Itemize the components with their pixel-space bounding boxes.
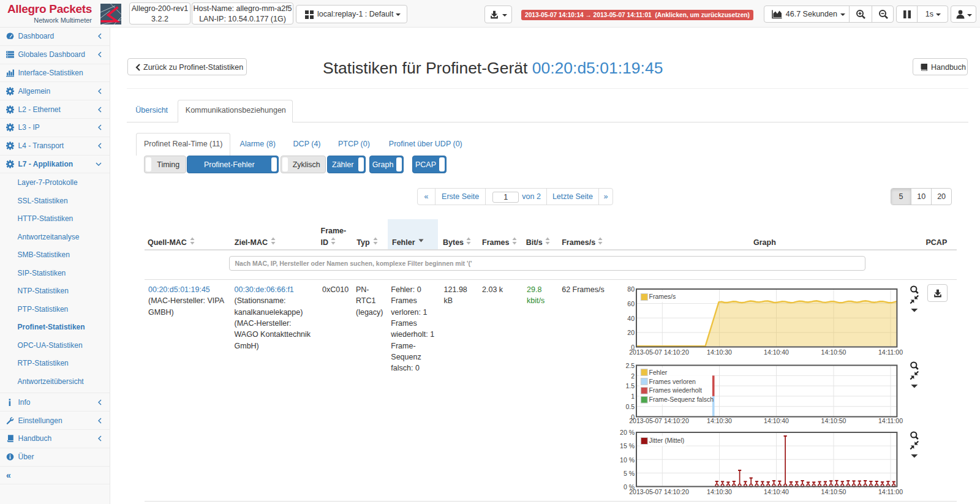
svg-text:2: 2 — [631, 372, 635, 380]
svg-text:14:10:40: 14:10:40 — [764, 348, 789, 356]
svg-text:Frame-Sequenz falsch: Frame-Sequenz falsch — [649, 396, 714, 403]
svg-text:14:10:50: 14:10:50 — [821, 417, 846, 424]
svg-text:15 %: 15 % — [620, 442, 635, 449]
svg-text:1: 1 — [631, 393, 635, 400]
svg-text:14:11:00: 14:11:00 — [878, 348, 903, 356]
svg-text:14:11:00: 14:11:00 — [878, 417, 903, 424]
svg-text:0.5: 0.5 — [625, 403, 635, 410]
svg-text:Jitter (Mittel): Jitter (Mittel) — [649, 437, 685, 444]
svg-text:5 %: 5 % — [624, 470, 635, 477]
svg-text:14:10:50: 14:10:50 — [821, 348, 846, 356]
svg-text:40: 40 — [627, 315, 635, 322]
svg-text:14:10:30: 14:10:30 — [707, 348, 732, 356]
svg-text:14:11:00: 14:11:00 — [878, 488, 903, 495]
svg-text:60: 60 — [627, 300, 635, 307]
svg-text:2.5: 2.5 — [625, 362, 635, 369]
svg-text:Frames verloren: Frames verloren — [649, 378, 696, 385]
svg-text:14:10:40: 14:10:40 — [764, 488, 789, 495]
svg-text:80: 80 — [627, 285, 635, 293]
svg-text:14:10:30: 14:10:30 — [707, 488, 732, 495]
svg-text:1.5: 1.5 — [625, 382, 635, 389]
svg-text:20: 20 — [627, 329, 635, 336]
svg-text:14:10:40: 14:10:40 — [764, 417, 789, 424]
svg-text:14:10:50: 14:10:50 — [821, 488, 846, 495]
svg-text:Frames wiederholt: Frames wiederholt — [649, 386, 702, 394]
svg-text:Fehler: Fehler — [649, 369, 668, 376]
svg-text:10 %: 10 % — [620, 456, 635, 464]
svg-text:2013-05-07 14:10:20: 2013-05-07 14:10:20 — [629, 348, 689, 356]
svg-text:20 %: 20 % — [620, 429, 635, 436]
svg-text:Frames/s: Frames/s — [649, 293, 676, 300]
svg-text:14:10:30: 14:10:30 — [707, 417, 732, 424]
svg-text:2013-05-07 14:10:20: 2013-05-07 14:10:20 — [629, 417, 689, 424]
svg-text:2013-05-07 14:10:20: 2013-05-07 14:10:20 — [629, 488, 689, 495]
